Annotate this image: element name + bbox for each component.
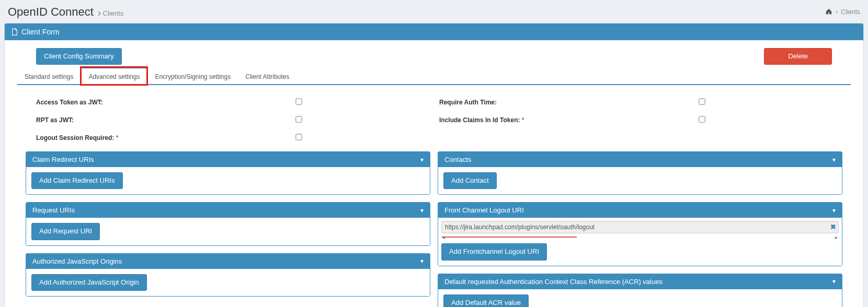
panel-title: Claim Redirect URIs bbox=[32, 156, 94, 163]
tab-advanced-settings[interactable]: Advanced settings bbox=[81, 67, 147, 85]
checkbox-access-token-jwt[interactable] bbox=[295, 99, 302, 105]
add-default-acr-value-button[interactable]: Add Default ACR value bbox=[443, 294, 529, 307]
panel-contacts: Contacts ▾ Add Contact bbox=[438, 151, 842, 195]
home-icon bbox=[825, 8, 832, 15]
panel-default-acr-values: Default requested Authentication Context… bbox=[438, 274, 842, 307]
tab-client-attributes[interactable]: Client Attributes bbox=[238, 67, 296, 85]
chevron-down-icon[interactable]: ▾ bbox=[420, 156, 424, 163]
panel-title: Front Channel Logout URI bbox=[444, 206, 524, 214]
checkbox-rpt-jwt[interactable] bbox=[295, 116, 302, 123]
chevron-down-icon[interactable]: ▾ bbox=[420, 257, 424, 265]
add-authorized-js-origin-button[interactable]: Add Authorized JavaScript Origin bbox=[31, 274, 147, 291]
page-title-sub: Clients bbox=[98, 9, 123, 17]
label-logout-session-required: Logout Session Required: * bbox=[36, 134, 295, 141]
checkbox-require-auth-time[interactable] bbox=[699, 99, 705, 105]
panel-request-uris: Request URIs ▾ Add Request URI bbox=[26, 202, 430, 245]
file-icon bbox=[11, 28, 18, 36]
add-claim-redirect-uris-button[interactable]: Add Claim Redirect URIs bbox=[31, 172, 123, 189]
annotation-underline bbox=[442, 237, 577, 238]
breadcrumb-home[interactable] bbox=[825, 8, 832, 17]
page-header: OpenID Connect Clients › Clients bbox=[0, 0, 868, 23]
card-title: Client Form bbox=[21, 28, 59, 36]
tab-standard-settings[interactable]: Standard settings bbox=[17, 67, 81, 85]
add-frontchannel-logout-uri-button[interactable]: Add Frontchannel Logout URI bbox=[441, 243, 547, 260]
client-config-summary-button[interactable]: Client Config Summary bbox=[36, 48, 122, 65]
panel-title: Request URIs bbox=[32, 206, 75, 214]
delete-button[interactable]: Delete bbox=[764, 48, 832, 65]
chevron-right-icon bbox=[98, 11, 101, 16]
card-header: Client Form bbox=[5, 23, 863, 40]
breadcrumb: › Clients bbox=[825, 8, 860, 17]
panel-authorized-js-origins: Authorized JavaScript Origins ▾ Add Auth… bbox=[26, 253, 430, 297]
scroll-right-icon: ▸ bbox=[835, 234, 838, 240]
checkbox-include-claims[interactable] bbox=[699, 116, 705, 123]
panel-claim-redirect-uris: Claim Redirect URIs ▾ Add Claim Redirect… bbox=[26, 151, 430, 195]
add-request-uri-button[interactable]: Add Request URI bbox=[31, 223, 100, 240]
tab-encryption-signing-settings[interactable]: Encryption/Signing settings bbox=[147, 67, 238, 85]
add-contact-button[interactable]: Add Contact bbox=[443, 172, 497, 189]
page-title: OpenID Connect bbox=[8, 5, 94, 19]
label-include-claims: Include Claims In Id Token: * bbox=[439, 116, 699, 124]
breadcrumb-active: Clients bbox=[841, 8, 860, 16]
label-require-auth-time: Require Auth Time: bbox=[439, 99, 699, 106]
remove-uri-button[interactable]: ✖ bbox=[830, 223, 836, 231]
chevron-down-icon[interactable]: ▾ bbox=[832, 278, 836, 285]
label-access-token-jwt: Access Token as JWT: bbox=[36, 99, 295, 106]
panel-title: Authorized JavaScript Origins bbox=[32, 257, 122, 265]
label-rpt-jwt: RPT as JWT: bbox=[36, 116, 295, 124]
chevron-down-icon[interactable]: ▾ bbox=[420, 207, 424, 214]
checkbox-logout-session-required[interactable] bbox=[295, 134, 302, 140]
breadcrumb-separator: › bbox=[836, 8, 838, 16]
front-channel-logout-uri-input[interactable] bbox=[441, 221, 839, 233]
panel-title: Contacts bbox=[444, 156, 471, 163]
panel-front-channel-logout-uri: Front Channel Logout URI ▾ ✖ ◂ ▸ bbox=[438, 202, 842, 266]
client-form-box: Client Form Client Config Summary Delete… bbox=[4, 23, 864, 307]
chevron-down-icon[interactable]: ▾ bbox=[832, 156, 836, 163]
panel-title: Default requested Authentication Context… bbox=[444, 278, 663, 286]
chevron-down-icon[interactable]: ▾ bbox=[832, 207, 836, 214]
tabs: Standard settings Advanced settings Encr… bbox=[17, 67, 851, 85]
